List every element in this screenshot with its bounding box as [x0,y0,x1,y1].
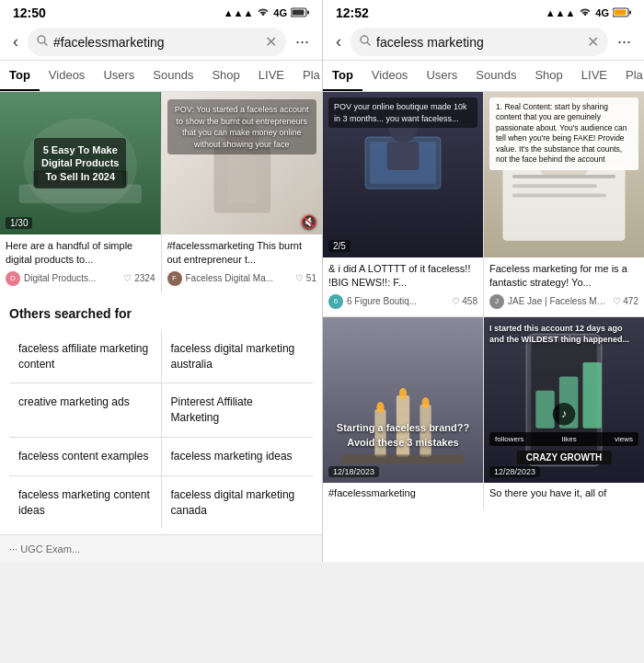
tab-videos-right[interactable]: Videos [362,61,418,91]
right-video-3-date: 12/18/2023 [328,466,379,477]
suggestion-3[interactable]: creative marketing ads [9,383,161,437]
tab-top-left[interactable]: Top [0,61,40,91]
video-thumb-2: POV: You started a faceless account to s… [162,92,323,234]
video-2-meta: F Faceless Digital Ma... ♡ 51 [167,271,317,286]
right-phone: 12:52 ▲▲▲ 4G ‹ faceless marketing ✕ [322,0,644,562]
right-search-icon [360,35,371,49]
left-clear-button[interactable]: ✕ [265,33,277,51]
svg-rect-26 [512,175,616,178]
right-more-button[interactable]: ··· [614,30,635,53]
right-video-1-info: & i did A LOTTTT of it faceless!! !BIG N… [323,257,483,316]
right-video-1-meta: 6 6 Figure Boutiq... ♡ 458 [328,294,477,309]
svg-line-4 [44,42,47,45]
bottom-label: ··· UGC Exam... [9,543,80,554]
wifi-icon [257,7,270,19]
left-more-button[interactable]: ··· [292,30,313,53]
right-clear-button[interactable]: ✕ [587,33,599,51]
tab-shop-right[interactable]: Shop [525,61,571,91]
stat-followers: followers [495,435,524,443]
left-search-bar: ‹ #facelessmarketing ✕ ··· [0,24,322,61]
left-search-icon [37,35,48,49]
suggestions-grid: faceless affiliate marketing content fac… [9,330,313,530]
svg-rect-27 [512,184,597,188]
video-card-2[interactable]: POV: You started a faceless account to s… [162,92,323,293]
svg-rect-28 [512,193,606,197]
suggestion-4[interactable]: Pinterest Affiliate Marketing [162,383,314,437]
svg-point-34 [376,402,384,413]
right-video-2-likes: ♡ 472 [613,296,638,306]
right-video-1-author: 6 Figure Boutiq... [347,296,448,306]
tab-videos-left[interactable]: Videos [40,61,95,91]
tab-users-left[interactable]: Users [94,61,144,91]
others-section: Others searched for faceless affiliate m… [0,293,322,535]
right-search-bar: ‹ faceless marketing ✕ ··· [323,24,644,61]
suggestion-8[interactable]: faceless digital marketing canada [162,476,314,530]
right-video-4[interactable]: ♪ I started this account 12 days ago and… [484,317,644,509]
tab-users-right[interactable]: Users [417,61,466,91]
phones-container: 12:50 ▲▲▲ 4G ‹ #facelessmarketing ✕ [0,0,644,562]
left-video-grid: 5 Easy To MakeDigital ProductsTo Sell In… [0,92,322,293]
right-video-3[interactable]: Starting a faceless brand??Avoid these 3… [323,317,483,509]
video-1-overlay: 5 Easy To MakeDigital ProductsTo Sell In… [0,92,161,234]
tab-shop-left[interactable]: Shop [202,61,248,91]
svg-rect-13 [227,156,256,203]
tab-sounds-right[interactable]: Sounds [466,61,525,91]
right-video-4-info: So there you have it, all of [484,483,644,509]
svg-rect-16 [615,9,627,15]
right-video-1-avatar: 6 [328,294,343,309]
right-video-1-overlay: POV your online boutique made 10k in 3 m… [328,97,477,128]
left-search-text: #facelessmarketing [53,35,259,50]
video-card-1[interactable]: 5 Easy To MakeDigital ProductsTo Sell In… [0,92,161,293]
tab-live-right[interactable]: LIVE [572,61,616,91]
suggestion-1[interactable]: faceless affiliate marketing content [9,330,161,383]
tab-sounds-left[interactable]: Sounds [144,61,202,91]
stat-likes: likes [562,435,577,443]
battery-icon: 4G [273,7,287,18]
suggestion-5[interactable]: faceless content examples [9,438,161,475]
svg-line-18 [367,42,370,45]
right-video-2-avatar: J [489,294,504,309]
video-1-badge: 1/30 [6,217,32,229]
video-2-description: #facelessmarketing This burnt out entrep… [167,239,317,268]
suggestion-7[interactable]: faceless marketing content ideas [9,476,161,530]
right-thumb-4: ♪ I started this account 12 days ago and… [484,317,644,483]
right-video-2-author: JAE Jae | Faceless Ma... [508,296,609,306]
right-video-1[interactable]: POV your online boutique made 10k in 3 m… [323,92,483,316]
right-video-1-likes: ♡ 458 [452,296,477,306]
right-video-3-info: #facelessmarketing [323,483,483,509]
left-back-button[interactable]: ‹ [9,30,22,53]
bottom-partial: ··· UGC Exam... [0,534,322,562]
right-thumb-2: 1. Real Content: start by sharing conten… [484,92,644,257]
suggestion-6[interactable]: faceless marketing ideas [162,438,314,475]
left-status-bar: 12:50 ▲▲▲ 4G [0,0,322,24]
svg-rect-2 [293,9,305,15]
video-thumb-1: 5 Easy To MakeDigital ProductsTo Sell In… [0,92,161,234]
right-thumb-1: POV your online boutique made 10k in 3 m… [323,92,483,257]
suggestion-2[interactable]: faceless digital marketing australia [162,330,314,383]
left-phone: 12:50 ▲▲▲ 4G ‹ #facelessmarketing ✕ [0,0,322,562]
signal-icon: ▲▲▲ [224,7,254,18]
video-1-likes: ♡ 2324 [123,273,155,283]
right-time: 12:52 [336,6,369,20]
right-back-button[interactable]: ‹ [332,30,345,53]
left-time: 12:50 [13,6,46,20]
right-video-2[interactable]: 1. Real Content: start by sharing conten… [484,92,644,316]
tab-top-right[interactable]: Top [323,61,362,91]
right-video-3-overlay: Starting a faceless brand??Avoid these 3… [323,420,483,451]
others-title: Others searched for [9,306,313,321]
svg-point-36 [421,397,429,408]
right-battery-level [613,7,631,19]
video-2-likes: ♡ 51 [295,273,316,283]
right-video-4-date: 12/28/2023 [489,466,540,477]
right-video-2-info: Faceless marketing for me is a fantastic… [484,257,644,316]
svg-rect-41 [535,391,554,429]
svg-rect-43 [582,362,601,429]
left-search-input-wrap[interactable]: #facelessmarketing ✕ [28,28,286,56]
video-2-overlay-text: POV: You started a faceless account to s… [167,99,317,154]
right-video-4-overlay-top: I started this account 12 days ago and t… [489,323,638,346]
right-search-input-wrap[interactable]: faceless marketing ✕ [351,28,608,56]
tab-pla-right[interactable]: Pla [616,61,644,91]
tab-pla-left[interactable]: Pla [293,61,322,91]
svg-rect-37 [341,454,464,463]
tab-live-left[interactable]: LIVE [249,61,293,91]
